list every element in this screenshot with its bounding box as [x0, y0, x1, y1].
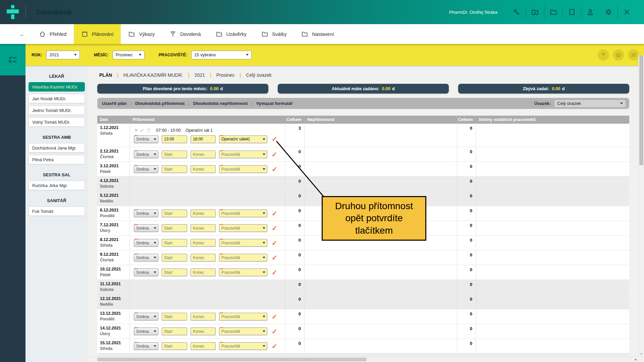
scroll-down-arrow-icon[interactable]: ▼ [639, 353, 644, 356]
tab-vykazy[interactable]: Výkazy [121, 24, 162, 44]
start-input[interactable] [162, 254, 187, 261]
uvazek-select[interactable]: Celý úvazek [554, 100, 626, 108]
pracoviste-select[interactable]: Pracoviště [219, 150, 267, 158]
pracoviste-select[interactable]: Pracoviště [219, 313, 267, 320]
start-input[interactable] [162, 135, 187, 143]
start-input[interactable] [162, 239, 187, 247]
vertical-scrollbar-thumb[interactable] [639, 55, 643, 165]
tab-planovani[interactable]: Plánování [74, 24, 121, 44]
app-logo[interactable] [0, 0, 25, 24]
delete-entry-button[interactable]: × [135, 128, 138, 133]
action-uzavrit-plan[interactable]: Uzavřít plán [102, 101, 127, 106]
sidebar-item-volny-tomas-mudr[interactable]: Volný Tomáš MUDr. [29, 117, 85, 127]
smena-select[interactable]: Směna [134, 209, 158, 217]
confirm-button[interactable]: ✓ [272, 313, 277, 320]
confirm-button[interactable]: ✓ [272, 254, 277, 261]
vertical-scrollbar[interactable]: ▼ [638, 55, 644, 357]
scroll-right-arrow-icon[interactable]: ▶ [635, 358, 637, 361]
pracoviste-select[interactable]: Pracoviště [219, 239, 267, 247]
start-input[interactable] [162, 327, 187, 335]
arrow-right-icon[interactable]: → [19, 32, 24, 38]
pracoviste-select[interactable]: Operační sálek [219, 135, 267, 143]
start-input[interactable] [162, 224, 187, 232]
start-input[interactable] [162, 313, 187, 320]
header-folder-button[interactable] [548, 8, 559, 16]
smena-select[interactable]: Směna [134, 268, 158, 276]
sidebar-item-jan-novak-mudr[interactable]: Jan Novák MUDr. [29, 94, 85, 103]
konec-input[interactable] [191, 150, 216, 158]
pracoviste-select[interactable]: Pracoviště [219, 165, 267, 173]
sidebar-item-jedno-tomas-mudr[interactable]: Jedno Tomáš MUDr. [29, 106, 85, 115]
smena-select[interactable]: Směna [134, 150, 158, 158]
start-input[interactable] [162, 268, 187, 276]
smena-select[interactable]: Směna [134, 135, 158, 143]
action-dlouhodoba-pritomnost[interactable]: Dlouhodobá přítomnost [135, 101, 184, 106]
sidebar-item-rucicka-jirka-mgr[interactable]: Ručička Jirka Mgr. [29, 181, 85, 190]
tab-svatky[interactable]: Svátky [254, 24, 294, 44]
konec-input[interactable] [191, 165, 216, 173]
sidebar-item-dochazkova-jana-mgr[interactable]: Docházková Jana Mgr. [29, 143, 85, 153]
sidebar-item-hlavicka-kazimir-mudr[interactable]: Hlavička Kazimír MUDr. [29, 82, 85, 92]
tab-prehled[interactable]: Přehled [32, 24, 74, 44]
header-gear-button[interactable] [603, 8, 614, 16]
konec-input[interactable] [191, 135, 216, 143]
tab-uzaverky[interactable]: Uzávěrky [208, 24, 254, 44]
konec-input[interactable] [191, 239, 216, 247]
printer-button[interactable] [613, 49, 624, 61]
tab-nastaveni[interactable]: Nastavení [294, 24, 341, 44]
confirm-button[interactable]: ✓ [272, 225, 277, 232]
start-input[interactable] [162, 165, 187, 173]
smena-select[interactable]: Směna [134, 342, 158, 350]
confirm-button[interactable]: ✓ [272, 136, 277, 142]
tab-dovolena[interactable]: Dovolená [162, 24, 208, 44]
rail-menu-button[interactable] [0, 44, 25, 75]
pracoviste-select[interactable]: Pracoviště [219, 224, 267, 232]
confirm-button[interactable]: ✓ [272, 210, 277, 217]
breadcrumb-item[interactable]: Prosinec [216, 72, 234, 78]
confirm-button[interactable]: ✓ [272, 166, 277, 173]
start-input[interactable] [162, 150, 187, 158]
confirm-button[interactable]: ✓ [272, 151, 277, 158]
breadcrumb-item[interactable]: Celý úvazek [246, 72, 271, 78]
menu-button[interactable] [628, 49, 639, 61]
konec-input[interactable] [191, 313, 216, 320]
konec-input[interactable] [191, 254, 216, 261]
smena-select[interactable]: Směna [134, 165, 158, 173]
edit-icon[interactable] [140, 128, 144, 132]
confirm-button[interactable]: ✓ [272, 328, 277, 335]
pracoviste-select[interactable]: Pracoviště [219, 209, 267, 217]
konec-input[interactable] [191, 342, 216, 350]
konec-input[interactable] [191, 268, 216, 276]
confirm-button[interactable]: ✓ [272, 343, 277, 350]
smena-select[interactable]: Směna [134, 239, 158, 247]
smena-select[interactable]: Směna [134, 224, 158, 232]
filter-button[interactable] [598, 49, 609, 61]
header-square-button[interactable] [567, 8, 577, 16]
header-close-button[interactable] [622, 8, 632, 16]
header-key-button[interactable] [511, 8, 522, 16]
header-person-button[interactable] [585, 8, 596, 16]
filter-select-mesic[interactable]: Prosinec [113, 51, 145, 59]
filter-select-rok[interactable]: 2021 [46, 51, 80, 59]
action-vymazat-formular[interactable]: Vymazat formulář [256, 101, 293, 106]
start-input[interactable] [162, 209, 187, 217]
sidebar-item-pilna-petra[interactable]: Pilná Petra [29, 155, 85, 164]
konec-input[interactable] [191, 209, 216, 217]
copy-icon[interactable] [147, 128, 151, 132]
start-input[interactable] [162, 342, 187, 350]
konec-input[interactable] [191, 327, 216, 335]
konec-input[interactable] [191, 224, 216, 232]
pracoviste-select[interactable]: Pracoviště [219, 268, 267, 276]
header-folder-n-button[interactable]: N [530, 8, 540, 16]
confirm-button[interactable]: ✓ [272, 269, 277, 276]
action-dlouhodoba-nepritomnost[interactable]: Dlouhodobá nepřítomnost [193, 101, 248, 106]
smena-select[interactable]: Směna [134, 254, 158, 261]
filter-select-pracoviste[interactable]: 15 vybráno [191, 51, 252, 59]
smena-select[interactable]: Směna [134, 327, 158, 335]
horizontal-scrollbar[interactable]: ▶ [88, 357, 638, 362]
confirm-button[interactable]: ✓ [272, 240, 277, 246]
pracoviste-select[interactable]: Pracoviště [219, 327, 267, 335]
pracoviste-select[interactable]: Pracoviště [219, 342, 267, 350]
horizontal-scrollbar-thumb[interactable] [97, 358, 367, 361]
smena-select[interactable]: Směna [134, 313, 158, 320]
